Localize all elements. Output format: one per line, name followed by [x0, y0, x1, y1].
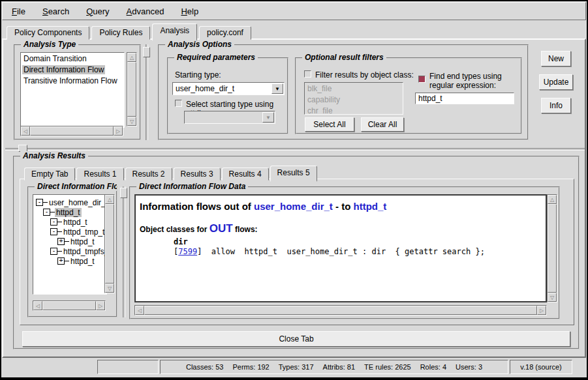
select-all-button[interactable]: Select All [305, 117, 354, 132]
optional-filters-title: Optional result filters [302, 53, 386, 62]
tab-results-5[interactable]: Results 5 [270, 166, 317, 182]
tab-results-4[interactable]: Results 4 [222, 168, 269, 181]
tab-analysis[interactable]: Analysis [152, 23, 197, 41]
scroll-down-icon[interactable]: ▽ [548, 293, 557, 302]
flow-data-vscrollbar[interactable]: △ ▽ [547, 194, 557, 302]
tab-policy-components[interactable]: Policy Components [7, 26, 89, 40]
menu-help[interactable]: Help [181, 7, 198, 16]
tree-node[interactable]: - httpd_t [50, 217, 89, 227]
scroll-down-icon[interactable]: ▽ [127, 117, 136, 126]
scrollbar-thumb[interactable] [30, 126, 114, 136]
scroll-left-icon[interactable]: ◁ [33, 301, 42, 310]
tree-expander-icon[interactable]: - [50, 248, 57, 255]
flow-data-hscrollbar[interactable]: ◁ ▷ [134, 305, 547, 315]
tree-node[interactable]: + httpd_t [57, 256, 96, 266]
tree-expander-icon[interactable]: + [57, 257, 65, 265]
tab-policy-conf[interactable]: policy.conf [199, 26, 251, 40]
tab-results-2[interactable]: Results 2 [125, 168, 172, 181]
scroll-up-icon[interactable]: △ [127, 53, 136, 62]
analysis-options-title: Analysis Options [165, 40, 234, 49]
scroll-right-icon[interactable]: ▷ [96, 301, 105, 310]
tree-expander-icon[interactable]: - [36, 199, 43, 206]
scroll-right-icon[interactable]: ▷ [537, 306, 546, 315]
stat-roles: Roles: 4 [420, 363, 446, 371]
analysis-type-hscrollbar[interactable]: ◁ ▷ [20, 126, 123, 136]
regex-checkbox[interactable] [418, 76, 426, 83]
close-tab-button[interactable]: Close Tab [22, 331, 570, 347]
tab-empty-tab[interactable]: Empty Tab [24, 168, 75, 181]
tree-node[interactable]: + httpd_t [57, 237, 96, 246]
update-button[interactable]: Update [539, 74, 573, 90]
tree-expander-icon[interactable]: - [43, 209, 50, 216]
menu-search[interactable]: Search [42, 7, 69, 16]
regex-input[interactable]: httpd_t [415, 93, 514, 104]
list-item[interactable]: Domain Transition [21, 53, 124, 64]
list-item[interactable]: chr_file [305, 105, 403, 115]
attrib-checkbox[interactable] [175, 100, 182, 107]
version-text: v.18 (source) [520, 363, 561, 371]
scroll-right-icon[interactable]: ▷ [114, 126, 123, 136]
tree-expander-icon[interactable]: - [50, 228, 57, 235]
tree-node-label[interactable]: httpd_tmp_t [62, 227, 106, 237]
tree-node-label[interactable]: user_home_dir_t [48, 198, 107, 207]
tab-results-1[interactable]: Results 1 [76, 168, 123, 181]
tree-connector [50, 212, 55, 212]
tree-node[interactable]: - httpd_tmp_t [50, 227, 106, 237]
tree-expander-icon[interactable]: + [57, 238, 65, 245]
analysis-type-list[interactable]: Domain Transition Direct Information Flo… [20, 52, 125, 128]
dropdown-arrow-icon[interactable]: ▼ [271, 83, 283, 94]
menu-file[interactable]: File [12, 7, 25, 16]
scroll-up-icon[interactable]: △ [105, 195, 114, 204]
flow-tree[interactable]: - user_home_dir_t - httpd_t - httpd_t - … [33, 194, 107, 295]
menu-query[interactable]: Query [86, 7, 109, 16]
tree-node-label[interactable]: httpd_t [69, 237, 96, 246]
tree-node[interactable]: - httpd_tmpfs_t [50, 246, 107, 256]
list-item[interactable]: blk_file [305, 83, 403, 94]
tree-node-label[interactable]: httpd_t [55, 208, 82, 217]
vertical-sash[interactable] [146, 44, 148, 140]
tree-node[interactable]: - user_home_dir_t [36, 197, 107, 207]
vertical-sash[interactable] [123, 186, 125, 317]
info-button[interactable]: Info [541, 98, 571, 113]
object-class-list[interactable]: blk_file capability chr_file [304, 82, 403, 115]
new-button[interactable]: New [541, 51, 571, 66]
scroll-left-icon[interactable]: ◁ [135, 306, 144, 315]
analysis-type-vscrollbar[interactable]: △ ▽ [127, 52, 137, 126]
scroll-up-icon[interactable]: △ [548, 195, 557, 204]
scrollbar-thumb[interactable] [548, 204, 557, 293]
scroll-down-icon[interactable]: ▽ [105, 284, 114, 293]
menu-bar: File Search Query Advanced Help [2, 2, 586, 20]
filter-object-class-checkbox[interactable] [304, 70, 311, 78]
dropdown-arrow-icon[interactable]: ▼ [262, 112, 274, 123]
sash-handle[interactable] [143, 47, 150, 57]
flow-tree-hscrollbar[interactable]: ◁ ▷ [33, 300, 106, 311]
sash-handle[interactable] [120, 188, 127, 198]
tab-results-3[interactable]: Results 3 [174, 168, 221, 181]
tree-node-label[interactable]: httpd_tmpfs_t [62, 247, 107, 256]
list-item[interactable]: Transitive Information Flow [21, 75, 124, 86]
scrollbar-thumb[interactable] [42, 301, 96, 310]
tab-policy-rules[interactable]: Policy Rules [91, 26, 150, 40]
tree-node-label[interactable]: httpd_t [62, 218, 89, 227]
rule-number-link[interactable]: 7599 [178, 247, 197, 256]
flow-tree-vscrollbar[interactable]: △ ▽ [104, 194, 115, 293]
status-stats-cell: Classes: 53 Perms: 192 Types: 317 Attrib… [160, 360, 508, 374]
horizontal-sash[interactable] [5, 148, 585, 151]
rule-line: [7599] allow httpd_t user_home_dir_t : d… [174, 247, 546, 256]
tree-node-label[interactable]: httpd_t [69, 257, 96, 266]
scrollbar-thumb[interactable] [127, 62, 136, 117]
tree-expander-icon[interactable]: - [50, 218, 57, 226]
starting-type-combobox[interactable]: user_home_dir_t ▼ [172, 82, 285, 95]
attrib-combobox[interactable]: ▼ [184, 111, 275, 124]
menu-advanced[interactable]: Advanced [127, 7, 164, 16]
tree-node[interactable]: - httpd_t [43, 207, 82, 217]
starting-type-label: Starting type: [175, 70, 221, 80]
analysis-type-group: Analysis Type Domain Transition Direct I… [14, 44, 141, 140]
scrollbar-thumb[interactable] [144, 306, 537, 315]
clear-all-button[interactable]: Clear All [361, 117, 404, 132]
scroll-left-icon[interactable]: ◁ [21, 126, 30, 136]
list-item[interactable]: Direct Information Flow [21, 64, 124, 75]
scrollbar-thumb[interactable] [105, 204, 114, 284]
list-item[interactable]: capability [305, 94, 403, 105]
status-bar: Classes: 53 Perms: 192 Types: 317 Attrib… [2, 357, 586, 377]
